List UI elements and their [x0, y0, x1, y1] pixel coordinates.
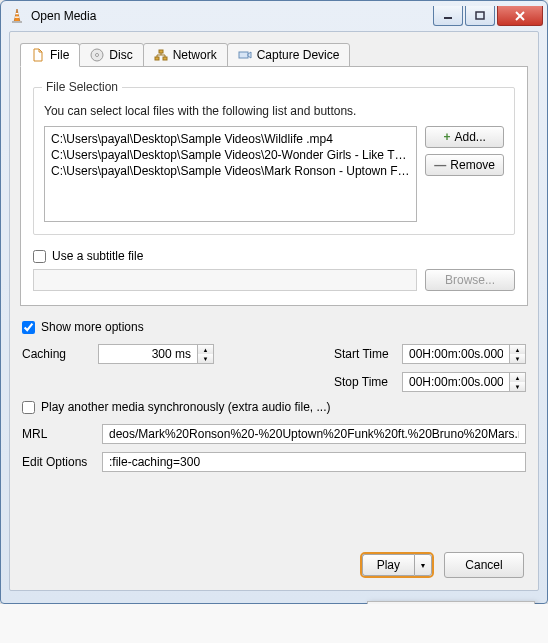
- titlebar[interactable]: Open Media: [1, 1, 547, 31]
- svg-marker-0: [14, 9, 20, 22]
- start-time-label: Start Time: [334, 347, 396, 361]
- subtitle-path-input: [33, 269, 417, 291]
- browse-button-label: Browse...: [445, 273, 495, 287]
- list-item[interactable]: C:\Users\payal\Desktop\Sample Videos\20-…: [51, 147, 410, 163]
- mrl-input[interactable]: [102, 424, 526, 444]
- play-dropdown-menu: Enqueue Alt+E Play Alt+P Stream Alt+S Co…: [367, 601, 535, 604]
- play-button-label: Play: [377, 558, 400, 572]
- svg-rect-5: [476, 12, 484, 19]
- start-time-spin-arrows[interactable]: ▲▼: [510, 344, 526, 364]
- vlc-icon: [9, 8, 25, 24]
- minimize-button[interactable]: [433, 6, 463, 26]
- add-button[interactable]: + Add...: [425, 126, 504, 148]
- play-another-checkbox[interactable]: [22, 401, 35, 414]
- chevron-up-icon[interactable]: ▲: [198, 345, 213, 354]
- chevron-down-icon: ▼: [420, 562, 427, 569]
- stop-time-label: Stop Time: [334, 375, 396, 389]
- add-button-label: Add...: [454, 130, 485, 144]
- chevron-up-icon[interactable]: ▲: [510, 373, 525, 382]
- file-selection-group: File Selection You can select local file…: [33, 87, 515, 235]
- minus-icon: —: [434, 158, 446, 172]
- tab-file-label: File: [50, 48, 69, 62]
- client-area: File Disc Network Capture Device File Se…: [9, 31, 539, 591]
- caching-spin-arrows[interactable]: ▲▼: [198, 344, 214, 364]
- play-another-label: Play another media synchronously (extra …: [41, 400, 330, 414]
- play-split-button: Play ▼: [360, 552, 434, 578]
- plus-icon: +: [443, 130, 450, 144]
- start-time-input[interactable]: [402, 344, 510, 364]
- list-item[interactable]: C:\Users\payal\Desktop\Sample Videos\Wil…: [51, 131, 410, 147]
- tab-disc-label: Disc: [109, 48, 132, 62]
- close-button[interactable]: [497, 6, 543, 26]
- svg-rect-2: [15, 17, 19, 18]
- chevron-down-icon[interactable]: ▼: [510, 354, 525, 363]
- svg-rect-11: [163, 57, 167, 60]
- tab-capture-device-label: Capture Device: [257, 48, 340, 62]
- advanced-options: Caching ▲▼ Start Time ▲▼ Stop Time: [20, 344, 528, 472]
- cancel-button[interactable]: Cancel: [444, 552, 524, 578]
- disc-icon: [90, 48, 104, 62]
- window-title: Open Media: [31, 9, 433, 23]
- file-list[interactable]: C:\Users\payal\Desktop\Sample Videos\Wil…: [44, 126, 417, 222]
- chevron-down-icon[interactable]: ▼: [510, 382, 525, 391]
- start-time-spinbox[interactable]: ▲▼: [402, 344, 526, 364]
- tab-bar: File Disc Network Capture Device: [20, 43, 528, 67]
- list-item[interactable]: C:\Users\payal\Desktop\Sample Videos\Mar…: [51, 163, 410, 179]
- mrl-label: MRL: [22, 427, 102, 441]
- caching-input[interactable]: [98, 344, 198, 364]
- use-subtitle-checkbox[interactable]: [33, 250, 46, 263]
- remove-button-label: Remove: [450, 158, 495, 172]
- edit-options-input[interactable]: [102, 452, 526, 472]
- play-button[interactable]: Play: [362, 554, 414, 576]
- svg-rect-12: [159, 50, 163, 53]
- cancel-button-label: Cancel: [465, 558, 502, 572]
- chevron-down-icon[interactable]: ▼: [198, 354, 213, 363]
- file-icon: [31, 48, 45, 62]
- maximize-button[interactable]: [465, 6, 495, 26]
- remove-button[interactable]: — Remove: [425, 154, 504, 176]
- chevron-up-icon[interactable]: ▲: [510, 345, 525, 354]
- caching-label: Caching: [22, 347, 98, 361]
- file-selection-hint: You can select local files with the foll…: [44, 104, 504, 118]
- play-dropdown-button[interactable]: ▼: [414, 554, 432, 576]
- browse-button[interactable]: Browse...: [425, 269, 515, 291]
- capture-icon: [238, 48, 252, 62]
- svg-rect-10: [155, 57, 159, 60]
- svg-rect-13: [239, 52, 248, 58]
- tab-network[interactable]: Network: [143, 43, 228, 67]
- open-media-window: Open Media File Disc Network Capture De: [0, 0, 548, 604]
- tab-panel: File Selection You can select local file…: [20, 66, 528, 306]
- tab-disc[interactable]: Disc: [79, 43, 143, 67]
- tab-network-label: Network: [173, 48, 217, 62]
- stop-time-spinbox[interactable]: ▲▼: [402, 372, 526, 392]
- svg-rect-3: [12, 21, 22, 23]
- stop-time-input[interactable]: [402, 372, 510, 392]
- stop-time-spin-arrows[interactable]: ▲▼: [510, 372, 526, 392]
- caching-spinbox[interactable]: ▲▼: [98, 344, 214, 364]
- edit-options-label: Edit Options: [22, 455, 102, 469]
- show-more-options-label: Show more options: [41, 320, 144, 334]
- dialog-footer: Play ▼ Cancel: [360, 552, 524, 578]
- file-selection-title: File Selection: [42, 80, 122, 94]
- show-more-options-checkbox[interactable]: [22, 321, 35, 334]
- svg-rect-1: [16, 13, 19, 14]
- tab-file[interactable]: File: [20, 43, 80, 67]
- svg-point-9: [96, 54, 99, 57]
- use-subtitle-label: Use a subtitle file: [52, 249, 143, 263]
- tab-capture-device[interactable]: Capture Device: [227, 43, 351, 67]
- network-icon: [154, 48, 168, 62]
